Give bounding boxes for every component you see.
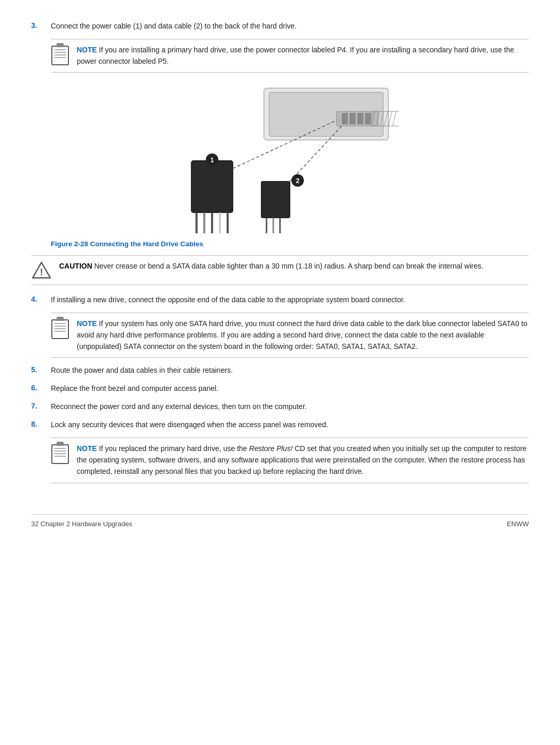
note-italic-3: Restore Plus! xyxy=(249,444,292,453)
caution-body-text-1: Never crease or bend a SATA data cable t… xyxy=(94,262,483,270)
step-number-7: 7. xyxy=(31,401,43,410)
svg-text:2: 2 xyxy=(296,177,299,185)
step-number-3: 3. xyxy=(31,21,43,30)
step-number-6: 6. xyxy=(31,383,43,392)
step-text-3: Connect the power cable (1) and data cab… xyxy=(51,21,529,32)
note-box-2: NOTE If your system has only one SATA ha… xyxy=(51,313,529,358)
note-icon-3 xyxy=(51,443,69,464)
caution-box-1: ! CAUTION Never crease or bend a SATA da… xyxy=(31,255,529,285)
notepad-line xyxy=(54,54,66,55)
note-icon-1 xyxy=(51,45,69,65)
notepad-line xyxy=(54,453,66,454)
footer-right: ENWW xyxy=(507,520,529,528)
step-text-4: If installing a new drive, connect the o… xyxy=(51,294,529,305)
svg-rect-26 xyxy=(261,181,290,218)
footer: 32 Chapter 2 Hardware Upgrades ENWW xyxy=(31,514,529,528)
caution-icon: ! xyxy=(31,261,52,279)
svg-rect-19 xyxy=(191,161,233,213)
footer-left: 32 Chapter 2 Hardware Upgrades xyxy=(31,520,132,528)
caution-label-1: CAUTION xyxy=(59,262,92,270)
notepad-line xyxy=(54,331,66,332)
step-number-5: 5. xyxy=(31,365,43,374)
notepad-line xyxy=(54,326,66,327)
notepad-graphic-3 xyxy=(51,444,69,464)
notepad-line xyxy=(54,448,66,449)
notepad-graphic-2 xyxy=(51,319,69,339)
note-label-3: NOTE xyxy=(77,444,97,453)
note-text-3: NOTE If you replaced the primary hard dr… xyxy=(77,443,529,477)
figure-caption-label: Figure 2-28 xyxy=(51,240,88,248)
note-body-1: If you are installing a primary hard dri… xyxy=(77,46,514,65)
step-text-5: Route the power and data cables in their… xyxy=(51,365,529,376)
notepad-line xyxy=(54,49,66,50)
notepad-graphic xyxy=(51,46,69,65)
note-box-1: NOTE If you are installing a primary har… xyxy=(51,39,529,73)
triangle-warning-icon: ! xyxy=(32,261,51,279)
figure-area: 1 2 xyxy=(51,83,529,235)
notepad-line xyxy=(54,323,66,324)
notepad-line xyxy=(54,57,66,58)
note-text-2: NOTE If your system has only one SATA ha… xyxy=(77,318,529,352)
svg-line-18 xyxy=(393,111,396,126)
notepad-line xyxy=(54,451,66,452)
note-icon-2 xyxy=(51,318,69,339)
figure-caption: Figure 2-28 Connecting the Hard Drive Ca… xyxy=(51,240,529,248)
step-3: 3. Connect the power cable (1) and data … xyxy=(31,21,529,32)
step-4: 4. If installing a new drive, connect th… xyxy=(31,294,529,305)
svg-line-17 xyxy=(388,111,392,126)
note-label-2: NOTE xyxy=(77,319,97,328)
step-7: 7. Reconnect the power cord and any exte… xyxy=(31,401,529,412)
step-8: 8. Lock any security devices that were d… xyxy=(31,419,529,430)
notepad-line xyxy=(54,52,66,53)
notepad-line xyxy=(54,328,66,329)
note-label-1: NOTE xyxy=(77,46,97,54)
step-number-8: 8. xyxy=(31,419,43,428)
step-text-7: Reconnect the power cord and any externa… xyxy=(51,401,529,412)
note-body-text-2: If your system has only one SATA hard dr… xyxy=(77,319,527,350)
svg-text:1: 1 xyxy=(210,156,214,164)
figure-image: 1 2 xyxy=(181,83,399,235)
step-text-6: Replace the front bezel and computer acc… xyxy=(51,383,529,394)
step-text-8: Lock any security devices that were dise… xyxy=(51,419,529,430)
step-number-4: 4. xyxy=(31,294,43,303)
note-before-3: If you replaced the primary hard drive, … xyxy=(99,444,249,453)
figure-caption-text: Connecting the Hard Drive Cables xyxy=(88,240,203,248)
note-text-1: NOTE If you are installing a primary har… xyxy=(77,45,529,67)
step-6: 6. Replace the front bezel and computer … xyxy=(31,383,529,394)
caution-text-1: CAUTION Never crease or bend a SATA data… xyxy=(59,261,529,272)
note-box-3: NOTE If you replaced the primary hard dr… xyxy=(51,438,529,483)
svg-text:!: ! xyxy=(40,267,43,277)
hard-drive-cables-svg: 1 2 xyxy=(181,83,399,233)
step-5: 5. Route the power and data cables in th… xyxy=(31,365,529,376)
notepad-line xyxy=(54,456,66,457)
